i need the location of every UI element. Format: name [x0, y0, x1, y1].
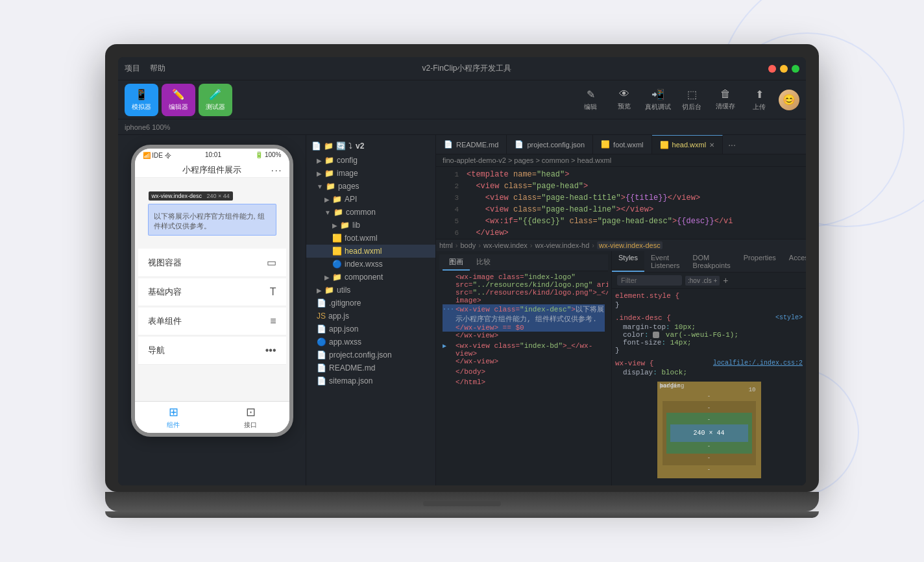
tab-head-wxml[interactable]: 🟨 head.wxml ✕: [652, 135, 723, 154]
filter-add-icon[interactable]: +: [723, 275, 728, 286]
phone-menu-list: 视图容器 ▭ 基础内容 T 表单组件 ≡: [135, 245, 289, 369]
refresh-icon[interactable]: 🔄: [336, 141, 346, 151]
styles-tab-accessibility[interactable]: Accessibility: [783, 251, 806, 272]
clear-cache-action[interactable]: 🗑 清缓存: [711, 88, 740, 111]
file-gitignore-label: .gitignore: [329, 299, 361, 308]
tester-icon: 🧪: [209, 88, 222, 101]
editor-panel: 📄 README.md 📄 project.config.json 🟨 foot…: [436, 135, 806, 485]
file-app-json-label: app.json: [329, 324, 358, 334]
file-index-wxss[interactable]: 🔵 index.wxss: [306, 258, 435, 271]
box-margin-bottom: -: [663, 467, 756, 473]
file-app-json[interactable]: 📄 app.json: [306, 323, 435, 336]
phone-menu-item-1[interactable]: 视图容器 ▭: [138, 249, 286, 277]
simulator-label: 模拟器: [132, 103, 151, 112]
bt-computed[interactable]: 比较: [470, 254, 497, 271]
new-folder-icon[interactable]: 📁: [324, 141, 334, 151]
background-label: 切后台: [682, 103, 701, 112]
file-tree-icons: 📄 📁 🔄 ⤵: [311, 141, 352, 151]
phone-menu-item-3[interactable]: 表单组件 ≡: [138, 308, 286, 336]
styles-tab-styles[interactable]: Styles: [612, 251, 644, 272]
nav-interface[interactable]: ⊡ 接口: [244, 405, 257, 430]
folder-lib[interactable]: ▶ 📁 lib: [306, 219, 435, 232]
preview-line-1: <wx-image class="index-logo" src="../res…: [443, 273, 605, 304]
file-readme[interactable]: 📄 README.md: [306, 361, 435, 374]
folder-component-icon: 📁: [332, 273, 342, 282]
edit-action[interactable]: ✎ 编辑: [576, 88, 605, 112]
folder-api[interactable]: ▶ 📁 API: [306, 193, 435, 206]
folder-utils[interactable]: ▶ 📁 utils: [306, 284, 435, 297]
maximize-button[interactable]: [792, 65, 799, 73]
bc-wx-view-index-hd[interactable]: wx-view.index-hd: [535, 241, 590, 249]
folder-api-icon: 📁: [332, 195, 342, 204]
folder-config[interactable]: ▶ 📁 config: [306, 154, 435, 167]
style-rule-index-desc: .index-desc { <style> margin-top: 10px;: [615, 314, 803, 354]
file-gitignore[interactable]: 📄 .gitignore: [306, 297, 435, 310]
style-source-wx-view[interactable]: localfile:/.index.css:2: [713, 360, 803, 367]
simulator-button[interactable]: 📱 模拟器: [125, 84, 158, 116]
minimize-button[interactable]: [780, 65, 788, 73]
code-content[interactable]: 1 <template name="head"> 2 <view class="…: [436, 167, 806, 239]
file-app-wxss[interactable]: 🔵 app.wxss: [306, 336, 435, 348]
filter-pseudo-classes[interactable]: :hov .cls +: [685, 276, 720, 286]
phone-app-title: 小程序组件展示: [182, 164, 241, 176]
avatar[interactable]: 😊: [779, 90, 799, 110]
nav-interface-icon: ⊡: [246, 405, 256, 419]
index-wxss-icon: 🔵: [332, 260, 342, 269]
tester-button[interactable]: 🧪 测试器: [199, 84, 232, 116]
folder-common[interactable]: ▼ 📁 common: [306, 206, 435, 219]
filter-input[interactable]: [617, 275, 682, 286]
phone-bottom-nav: ⊞ 组件 ⊡ 接口: [135, 401, 289, 433]
title-bar: 项目 帮助 v2-FinClip小程序开发工具: [118, 57, 806, 80]
device-debug-action[interactable]: 📲 真机调试: [644, 88, 672, 112]
tab-project-config[interactable]: 📄 project.config.json: [507, 135, 593, 154]
upload-action[interactable]: ⬆ 上传: [745, 88, 773, 112]
folder-pages[interactable]: ▼ 📁 pages: [306, 180, 435, 193]
styles-tab-event-listeners[interactable]: Event Listeners: [644, 251, 687, 272]
toolbar: 📱 模拟器 ✏️ 编辑器 🧪 测试器: [118, 80, 806, 119]
folder-image[interactable]: ▶ 📁 image: [306, 167, 435, 180]
tab-readme[interactable]: 📄 README.md: [436, 135, 507, 154]
component-highlight-box: wx-view.index-desc 240 × 44 以下将展示小程序官方组件…: [148, 204, 276, 236]
phone-more-dots[interactable]: ···: [271, 165, 283, 175]
menu-project[interactable]: 项目: [125, 63, 140, 74]
preview-line-6: </body>: [443, 368, 605, 378]
bc-body[interactable]: body: [460, 241, 476, 249]
folder-api-label: API: [345, 195, 357, 204]
phone-menu-item-2[interactable]: 基础内容 T: [138, 278, 286, 306]
phone-menu-icon-1: ▭: [267, 256, 276, 269]
background-action[interactable]: ⬚ 切后台: [677, 88, 706, 112]
bc-wx-view-index[interactable]: wx-view.index: [483, 241, 528, 249]
close-button[interactable]: [768, 65, 776, 73]
preview-action[interactable]: 👁 预览: [610, 88, 638, 111]
code-preview-area[interactable]: <wx-image class="index-logo" src="../res…: [439, 271, 608, 391]
new-file-icon[interactable]: 📄: [311, 141, 321, 151]
bc-html[interactable]: html: [439, 241, 453, 249]
nav-interface-label: 接口: [244, 421, 257, 430]
phone-menu-item-4[interactable]: 导航 •••: [138, 337, 286, 365]
nav-components[interactable]: ⊞ 组件: [167, 405, 180, 430]
menu-help[interactable]: 帮助: [150, 63, 165, 74]
file-app-js[interactable]: JS app.js: [306, 310, 435, 323]
tab-more-button[interactable]: ···: [723, 140, 741, 150]
file-tree-header: 📄 📁 🔄 ⤵ v2: [306, 138, 435, 154]
styles-tab-dom-breakpoints[interactable]: DOM Breakpoints: [687, 251, 737, 272]
file-project-config[interactable]: 📄 project.config.json: [306, 348, 435, 361]
phone-content: wx-view.index-desc 240 × 44 以下将展示小程序官方组件…: [135, 178, 289, 401]
collapse-icon[interactable]: ⤵: [348, 141, 352, 151]
file-head-wxml[interactable]: 🟨 head.wxml: [306, 245, 435, 258]
file-sitemap[interactable]: 📄 sitemap.json: [306, 374, 435, 387]
file-foot-wxml[interactable]: 🟨 foot.wxml: [306, 232, 435, 245]
styles-tab-properties[interactable]: Properties: [737, 251, 783, 272]
tab-close-icon[interactable]: ✕: [709, 141, 714, 149]
bc-wx-view-index-desc[interactable]: wx-view.index-desc: [597, 241, 663, 249]
box-margin: margin 10 - border -: [657, 382, 761, 478]
editor-button[interactable]: ✏️ 编辑器: [162, 84, 195, 116]
filter-bar: :hov .cls + +: [612, 273, 806, 289]
box-padding: padding - 240 × 44 -: [666, 413, 752, 454]
folder-component[interactable]: ▶ 📁 component: [306, 271, 435, 284]
file-index-wxss-label: index.wxss: [345, 260, 383, 269]
laptop-container: 项目 帮助 v2-FinClip小程序开发工具 📱: [105, 44, 819, 518]
bt-html[interactable]: 图画: [443, 254, 470, 271]
tab-foot-wxml[interactable]: 🟨 foot.wxml: [593, 135, 651, 154]
phone-frame: 📶 IDE 令 10:01 🔋 100% 小程序组件展示 ···: [131, 145, 293, 437]
